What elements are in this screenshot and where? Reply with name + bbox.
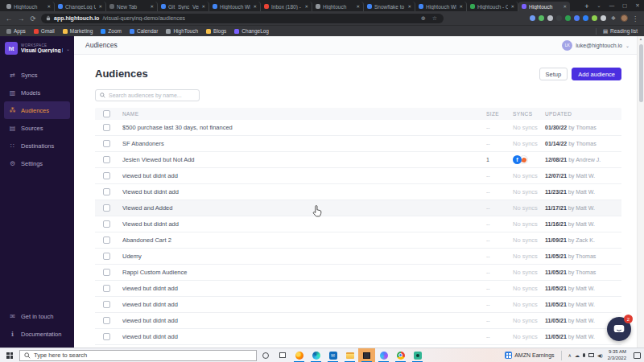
table-row[interactable]: viewed but didnt add -- No syncs f 11/05…	[95, 329, 621, 345]
browser-tab[interactable]: ChangeLog Up... ✕	[55, 2, 106, 11]
bookmark-item[interactable]: HighTouch	[166, 28, 198, 34]
audience-name[interactable]: viewed but didnt add	[122, 172, 486, 179]
address-bar[interactable]: app.hightouch.io /visual-querying-demo/a…	[41, 14, 444, 23]
browser-tab[interactable]: Hightouch ✕	[3, 2, 55, 11]
audience-name[interactable]: SF Abandoners	[122, 140, 486, 147]
table-row[interactable]: Abandoned Cart 2 -- No syncs f 11/09/21 …	[95, 232, 621, 249]
tab-close-icon[interactable]: ✕	[407, 4, 411, 9]
window-maximize-button[interactable]: ▢	[618, 0, 631, 11]
browser-tab[interactable]: Hightouch ✕	[518, 2, 570, 11]
sidebar-item-syncs[interactable]: ⇄ Syncs	[4, 66, 70, 84]
tab-close-icon[interactable]: ✕	[47, 4, 51, 9]
browser-tab[interactable]: Git_Sync_Venc... ✕	[158, 2, 209, 11]
tab-close-icon[interactable]: ✕	[304, 4, 308, 9]
row-checkbox[interactable]	[103, 220, 110, 228]
row-checkbox[interactable]	[103, 188, 110, 195]
sidebar-footer-item-documentation[interactable]: ℹ Documentation	[4, 325, 70, 343]
row-checkbox[interactable]	[103, 237, 110, 244]
browser-tab[interactable]: Hightouch ✕	[312, 2, 364, 11]
row-checkbox[interactable]	[103, 140, 110, 147]
row-checkbox[interactable]	[103, 124, 110, 131]
start-button[interactable]	[0, 352, 19, 359]
bookmark-item[interactable]: Marketing	[63, 28, 93, 34]
share-icon[interactable]: ⊕	[419, 15, 427, 22]
news-widget[interactable]: AMZN Earnings	[505, 352, 554, 359]
browser-menu-kebab-icon[interactable]: ⋮	[631, 14, 639, 23]
row-checkbox[interactable]	[103, 285, 110, 292]
taskbar-search[interactable]: Type here to search	[19, 350, 257, 361]
table-row[interactable]: Viewed but didnt add -- No syncs f 11/16…	[95, 216, 621, 232]
table-row[interactable]: Rappi Custom Audience -- No syncs f 11/0…	[95, 265, 621, 281]
table-row[interactable]: Udemy -- No syncs f 11/05/21 by Thomas	[95, 249, 621, 265]
cortana-icon[interactable]	[257, 348, 274, 362]
tab-close-icon[interactable]: ✕	[459, 4, 463, 9]
back-icon[interactable]: ←	[5, 14, 13, 23]
teal-app-icon[interactable]	[409, 348, 426, 362]
edge-icon[interactable]	[308, 348, 324, 362]
forward-icon[interactable]: →	[17, 14, 25, 23]
taskbar-clock[interactable]: 9:35 AM 2/3/2022	[608, 349, 626, 361]
tab-close-icon[interactable]: ✕	[201, 4, 205, 9]
window-minimize-button[interactable]: —	[605, 0, 618, 11]
sidebar-item-models[interactable]: ▥ Models	[4, 84, 70, 101]
audience-name[interactable]: Rappi Custom Audience	[122, 269, 486, 276]
audience-name[interactable]: viewed but didnt add	[122, 285, 486, 292]
network-monitor-icon[interactable]	[588, 353, 594, 357]
setup-button[interactable]: Setup	[539, 68, 568, 80]
active-app-icon[interactable]	[358, 348, 375, 362]
scrollbar[interactable]: ▲	[637, 36, 644, 348]
new-tab-button[interactable]: +	[581, 2, 592, 11]
extension-icon[interactable]	[530, 15, 535, 21]
browser-tab[interactable]: Hightouch Wha... ✕	[209, 2, 261, 11]
scrollbar-thumb[interactable]	[639, 44, 643, 102]
audience-name[interactable]: Jesien Viewed but Not Add	[122, 156, 486, 163]
browser-tab[interactable]: Snowflake to B... ✕	[364, 2, 415, 11]
browser-profile-avatar[interactable]	[621, 14, 628, 22]
bookmark-star-icon[interactable]: ☆	[431, 15, 439, 22]
bookmark-item[interactable]: Calendar	[130, 28, 158, 34]
onedrive-cloud-icon[interactable]: ☁	[575, 352, 580, 358]
audience-name[interactable]: viewed but didnt add	[122, 333, 486, 340]
table-row[interactable]: viewed but didnt add -- No syncs f 11/05…	[95, 313, 621, 329]
tray-chevron-up-icon[interactable]: ∧	[568, 352, 572, 358]
task-view-icon[interactable]	[274, 348, 291, 362]
intercom-chat-button[interactable]: 2	[607, 317, 631, 341]
audience-name[interactable]: Udemy	[122, 253, 486, 260]
table-row[interactable]: Jesien Viewed but Not Add 1 f 12/08/21 b…	[95, 152, 621, 168]
sidebar-item-sources[interactable]: ▤ Sources	[4, 119, 70, 137]
search-input[interactable]: Search audiences by name...	[95, 89, 200, 101]
extension-icon[interactable]	[547, 15, 553, 21]
row-checkbox[interactable]	[103, 301, 110, 308]
scroll-up-icon[interactable]: ▲	[638, 37, 644, 41]
bookmark-item[interactable]: Blogs	[206, 28, 226, 34]
audience-name[interactable]: Viewed but didnt add	[122, 220, 486, 228]
row-checkbox[interactable]	[103, 172, 110, 179]
extension-icon[interactable]	[583, 15, 588, 21]
row-checkbox[interactable]	[103, 317, 110, 324]
sidebar-item-audiences[interactable]: ⁂ Audiences	[4, 101, 70, 119]
bookmark-item[interactable]: Gmail	[34, 28, 55, 34]
row-checkbox[interactable]	[103, 204, 110, 212]
tab-close-icon[interactable]: ✕	[510, 4, 514, 9]
browser-tab[interactable]: Hightouch - Ca... ✕	[467, 2, 518, 11]
tab-close-icon[interactable]: ✕	[98, 4, 102, 9]
reading-list-button[interactable]: ▤ Reading list	[596, 28, 638, 35]
extension-icon[interactable]	[601, 15, 606, 21]
extension-icon[interactable]	[574, 15, 580, 21]
audience-name[interactable]: viewed but didnt add	[122, 317, 486, 324]
tab-close-icon[interactable]: ✕	[356, 4, 360, 9]
tab-close-icon[interactable]: ✕	[253, 4, 257, 9]
extension-icon[interactable]	[592, 15, 597, 21]
bookmark-item[interactable]: ChangeLog	[234, 28, 269, 34]
table-row[interactable]: Viewed but didnt add -- No syncs f 11/23…	[95, 184, 621, 200]
browser-tab[interactable]: Inbox (180) - lu... ✕	[261, 2, 312, 11]
audience-name[interactable]: viewed but didnt add	[122, 301, 486, 308]
select-all-checkbox[interactable]	[103, 110, 110, 117]
table-row[interactable]: viewed but didnt add -- No syncs f 11/05…	[95, 297, 621, 313]
table-row[interactable]: viewed but didnt add -- No syncs f 11/05…	[95, 281, 621, 297]
table-row[interactable]: SF Abandoners -- No syncs f 01/14/22 by …	[95, 136, 621, 152]
row-checkbox[interactable]	[103, 156, 110, 163]
extensions-puzzle-icon[interactable]: ❖	[609, 15, 617, 22]
chrome-icon[interactable]	[392, 348, 409, 362]
audience-name[interactable]: $500 purchase last 30 days, not financed	[122, 124, 486, 131]
